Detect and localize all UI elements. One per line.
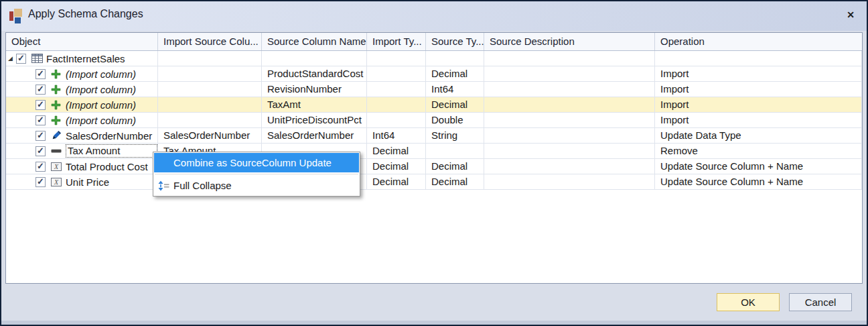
operation-cell: Update Data Type <box>655 128 862 143</box>
source-column-name-cell <box>262 51 367 66</box>
table-row[interactable]: Total Product Cost Decimal Decimal Updat… <box>6 159 862 174</box>
window-title: Apply Schema Changes <box>28 8 143 20</box>
source-type-cell: Int64 <box>426 82 484 97</box>
import-type-cell <box>367 51 426 66</box>
source-type-cell: Decimal <box>426 174 484 189</box>
source-column-name-cell: RevisionNumber <box>262 82 367 97</box>
object-label: (Import column) <box>66 84 136 95</box>
import-source-column-cell: SalesOrderNumber <box>158 128 262 143</box>
checkbox[interactable] <box>35 85 46 95</box>
object-label: Total Product Cost <box>66 161 148 172</box>
import-source-column-cell <box>158 82 262 97</box>
add-icon <box>51 84 62 95</box>
app-icon-tan-square <box>14 9 22 17</box>
context-menu: Combine as SourceColumn Update Full Coll… <box>153 152 360 197</box>
column-header-source-column-name[interactable]: Source Column Name <box>262 33 367 50</box>
source-type-cell: String <box>426 128 484 143</box>
import-type-cell: Int64 <box>367 128 426 143</box>
operation-cell: Update Source Column + Name <box>655 159 862 174</box>
source-description-cell <box>484 97 655 112</box>
source-type-cell: Decimal <box>426 97 484 112</box>
object-cell: FactInternetSales <box>6 51 158 66</box>
menu-item-label: Full Collapse <box>173 180 232 191</box>
object-cell: Unit Price <box>6 174 158 189</box>
operation-cell: Import <box>655 66 862 81</box>
table-icon <box>31 53 43 64</box>
source-type-cell <box>426 144 484 158</box>
object-label: Unit Price <box>66 176 109 188</box>
checkbox[interactable] <box>35 177 46 187</box>
object-cell: (Import column) <box>6 113 158 127</box>
add-icon <box>51 115 62 126</box>
table-row[interactable]: Unit Price Decimal Decimal Update Source… <box>6 174 862 190</box>
close-icon[interactable]: ✕ <box>847 8 855 21</box>
object-label: Tax Amount <box>66 144 157 158</box>
source-description-cell <box>484 113 655 127</box>
object-label: FactInternetSales <box>46 53 125 64</box>
menu-item-full-collapse[interactable]: Full Collapse <box>154 176 359 195</box>
import-type-cell: Decimal <box>367 144 426 158</box>
title-bar: Apply Schema Changes ✕ <box>1 1 867 31</box>
column-header-object[interactable]: Object <box>6 33 158 50</box>
import-source-column-cell <box>158 113 262 127</box>
object-cell: SalesOrderNumber <box>6 128 158 143</box>
object-label: (Import column) <box>66 115 136 126</box>
import-type-cell <box>367 66 426 81</box>
table-row[interactable]: (Import column) UnitPriceDiscountPct Dou… <box>6 113 862 128</box>
object-cell: Tax Amount <box>6 144 158 158</box>
import-type-cell <box>367 97 426 112</box>
source-column-name-cell: SalesOrderNumber <box>262 128 367 143</box>
apply-schema-changes-dialog: Apply Schema Changes ✕ Object Import Sou… <box>0 0 868 326</box>
app-icon-red-square <box>9 11 13 21</box>
object-label: (Import column) <box>66 99 136 111</box>
source-column-name-cell: TaxAmt <box>262 97 367 112</box>
column-header-source-type[interactable]: Source Ty... <box>426 33 484 50</box>
cancel-button[interactable]: Cancel <box>789 293 852 311</box>
table-row[interactable]: (Import column) RevisionNumber Int64 Imp… <box>6 82 862 97</box>
checkbox[interactable] <box>35 146 46 156</box>
operation-cell: Update Source Column + Name <box>655 174 862 189</box>
source-description-cell <box>484 82 655 97</box>
source-type-cell: Decimal <box>426 159 484 174</box>
table-row[interactable]: FactInternetSales <box>6 51 862 66</box>
checkbox[interactable] <box>35 69 46 79</box>
table-row-focused[interactable]: Tax Amount Tax Amount Decimal Remove <box>6 144 862 159</box>
column-header-source-description[interactable]: Source Description <box>484 33 655 50</box>
expander-icon[interactable] <box>8 54 16 62</box>
column-header-import-type[interactable]: Import Ty... <box>367 33 426 50</box>
source-description-cell <box>484 66 655 81</box>
column-header-operation[interactable]: Operation <box>655 33 862 50</box>
source-description-cell <box>484 174 655 189</box>
menu-separator <box>155 174 358 174</box>
table-row-highlighted[interactable]: (Import column) TaxAmt Decimal Import <box>6 97 862 113</box>
object-label: (Import column) <box>66 68 136 80</box>
grid-header-row: Object Import Source Colu... Source Colu… <box>6 33 862 51</box>
column-header-import-source-column[interactable]: Import Source Colu... <box>158 33 262 50</box>
ok-button[interactable]: OK <box>717 293 780 311</box>
checkbox[interactable] <box>35 100 46 110</box>
source-type-cell: Double <box>426 113 484 127</box>
table-row[interactable]: SalesOrderNumber SalesOrderNumber SalesO… <box>6 128 862 144</box>
checkbox[interactable] <box>35 131 46 141</box>
window-bottom-edge <box>1 321 867 325</box>
source-type-cell: Decimal <box>426 66 484 81</box>
app-icon-blue-square <box>15 17 21 23</box>
object-cell: (Import column) <box>6 66 158 81</box>
source-description-cell <box>484 128 655 143</box>
object-cell: (Import column) <box>6 97 158 112</box>
operation-cell: Import <box>655 97 862 112</box>
checkbox[interactable] <box>16 54 26 64</box>
menu-item-combine-as-sourcecolumn-update[interactable]: Combine as SourceColumn Update <box>154 153 359 172</box>
operation-cell: Remove <box>655 144 862 158</box>
rename-icon <box>51 161 62 172</box>
object-label: SalesOrderNumber <box>66 130 152 142</box>
checkbox[interactable] <box>35 115 46 125</box>
table-row[interactable]: (Import column) ProductStandardCost Deci… <box>6 66 862 82</box>
source-column-name-cell: UnitPriceDiscountPct <box>262 113 367 127</box>
remove-icon <box>51 146 62 157</box>
operation-cell: Import <box>655 82 862 97</box>
import-type-cell: Decimal <box>367 174 426 189</box>
object-cell: (Import column) <box>6 82 158 97</box>
checkbox[interactable] <box>35 162 46 172</box>
import-source-column-cell <box>158 51 262 66</box>
